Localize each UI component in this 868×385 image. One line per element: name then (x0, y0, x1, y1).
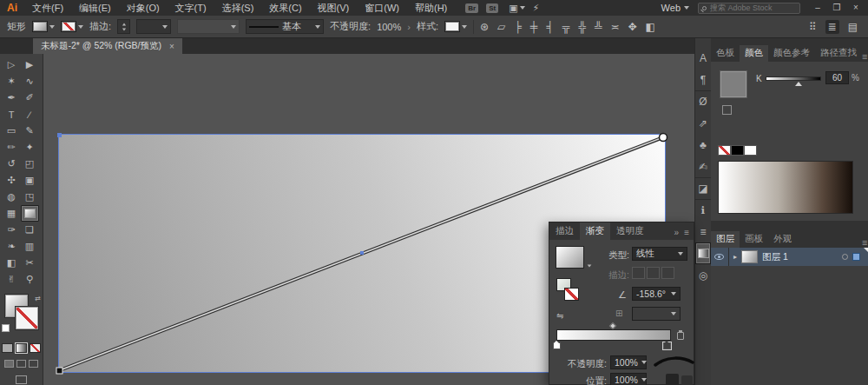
align-center-icon[interactable]: ╪ (530, 22, 538, 32)
menu-item[interactable]: 文件(F) (24, 0, 71, 16)
gradient-floating-panel[interactable]: 描边渐变透明度 » ≡ 类型: 线性 描边: ∠ -158.6° ⊞ ⇋ 不透明… (549, 222, 694, 385)
line-segment-tool[interactable]: ∕ (21, 106, 39, 123)
more-options-icon[interactable]: ◧ (646, 22, 655, 32)
stroke-weight-stepper[interactable] (117, 19, 130, 34)
gradient-type-select[interactable]: 线性 (632, 247, 687, 261)
collapse-panel-icon[interactable]: » (674, 228, 680, 237)
menu-item[interactable]: 文字(T) (168, 0, 214, 16)
expand-arrow-icon[interactable]: ▸ (733, 253, 737, 261)
gradient-mode-button[interactable] (16, 343, 27, 353)
gradient-stop-end[interactable] (663, 342, 671, 349)
k-slider-thumb[interactable] (795, 82, 802, 86)
style-swatch[interactable] (444, 21, 460, 32)
grid-icon[interactable]: ⠿ (809, 22, 817, 32)
restore-button[interactable]: ❐ (828, 1, 845, 15)
gradient-start-handle[interactable] (56, 368, 62, 374)
menu-item[interactable]: 选择(S) (214, 0, 262, 16)
layer-selection-indicator[interactable] (852, 253, 860, 261)
gpu-performance-icon[interactable]: ⚡ (533, 3, 540, 14)
paintbrush-tool[interactable]: ✎ (21, 123, 39, 139)
menu-item[interactable]: 效果(C) (261, 0, 309, 16)
panel-tab[interactable]: 透明度 (610, 222, 650, 240)
align-right-icon[interactable]: ╡ (546, 22, 554, 32)
draw-normal-button[interactable] (4, 360, 14, 368)
gradient-slider-bar[interactable] (556, 329, 671, 341)
toolbar-stroke-swatch[interactable] (16, 307, 38, 329)
menu-item[interactable]: 视图(V) (310, 0, 358, 16)
export-panel-icon[interactable]: ⇗ (695, 112, 711, 134)
layer-name[interactable]: 图层 1 (762, 251, 838, 263)
bridge-icon[interactable]: Br (465, 3, 478, 13)
screen-mode-button[interactable] (16, 375, 27, 384)
perspective-grid-tool[interactable]: ◳ (21, 189, 39, 205)
center-anchor[interactable] (360, 251, 364, 255)
search-input[interactable] (710, 3, 796, 12)
stroke-color-control[interactable] (61, 21, 83, 32)
gradient-swatch-caret-icon[interactable] (588, 264, 592, 267)
document-tab[interactable]: 未标题-2* @ 52% (RGB/预览) × (33, 38, 182, 54)
artboard-tool[interactable]: ◧ (3, 255, 21, 271)
swap-fill-stroke-icon[interactable]: ⇄ (35, 295, 41, 302)
shaper-tool[interactable]: ✦ (21, 139, 39, 156)
symbol-sprayer-tool[interactable]: ❧ (3, 238, 21, 255)
k-value-field[interactable]: 60 (825, 71, 849, 84)
width-tool[interactable]: ✣ (3, 172, 21, 189)
opacity-expand-icon[interactable]: › (407, 22, 411, 32)
k-slider[interactable] (766, 76, 821, 81)
gradient-panel-icon[interactable] (695, 242, 711, 264)
workspace-switcher[interactable]: Web (661, 3, 689, 13)
stop-location-select[interactable]: 100% (610, 373, 647, 385)
stroke-weight-select[interactable] (136, 19, 171, 34)
panel-tab[interactable]: 路径查找 (815, 45, 862, 62)
style-control[interactable] (444, 21, 467, 32)
layer-target-icon[interactable] (842, 254, 848, 260)
brushes-panel-icon[interactable]: ✍ (695, 156, 711, 177)
stop-opacity-select[interactable]: 100% (610, 355, 647, 369)
workspace-panel-icon[interactable]: ▤ (848, 22, 858, 32)
blend-tool[interactable]: ❏ (21, 222, 39, 238)
layer-row[interactable]: ▸ 图层 1 (711, 248, 868, 266)
panel-tab[interactable]: 颜色参考 (768, 45, 815, 62)
none-mode-button[interactable] (30, 343, 41, 353)
panel-menu-icon[interactable]: ≡ (684, 228, 689, 237)
slice-tool[interactable]: ✂ (21, 255, 39, 271)
layer-thumbnail[interactable] (741, 250, 758, 263)
info-panel-icon[interactable]: ℹ (695, 199, 711, 221)
scale-tool[interactable]: ◰ (21, 156, 39, 172)
mesh-tool[interactable]: ▦ (3, 205, 21, 222)
lasso-tool[interactable]: ∿ (21, 73, 39, 90)
gradient-stop-start[interactable] (553, 342, 561, 349)
pen-tool[interactable]: ✒ (3, 90, 21, 106)
close-button[interactable]: × (847, 1, 865, 15)
paragraph-panel-icon[interactable]: ¶ (695, 69, 711, 90)
gradient-stroke-proxy[interactable] (564, 288, 579, 301)
search-box[interactable] (698, 3, 800, 14)
anchor-top-left[interactable] (57, 133, 62, 137)
align-top-icon[interactable]: ╦ (562, 22, 570, 32)
symbols-panel-icon[interactable]: ♣ (695, 134, 711, 156)
magic-wand-tool[interactable]: ✶ (3, 73, 21, 90)
rectangle-tool[interactable]: ▭ (3, 123, 21, 139)
stroke-panel-icon[interactable]: ≡ (695, 221, 711, 242)
align-middle-icon[interactable]: ╬ (578, 22, 586, 32)
gradient-preview-swatch[interactable] (556, 246, 584, 269)
pencil-tool[interactable]: ✏ (3, 139, 21, 156)
menu-item[interactable]: 对象(O) (119, 0, 168, 16)
recolor-artwork-icon[interactable]: ⊛ (480, 22, 489, 32)
brush-definition-select[interactable]: 基本 (246, 19, 324, 34)
transparency-panel-icon[interactable]: ◎ (695, 264, 711, 286)
color-mode-button[interactable] (2, 343, 13, 353)
menu-item[interactable]: 窗口(W) (357, 0, 407, 16)
panel-tab[interactable]: 渐变 (580, 222, 610, 240)
character-panel-icon[interactable]: A (695, 47, 711, 69)
draw-inside-button[interactable] (29, 360, 38, 368)
gradient-tool[interactable] (21, 205, 39, 222)
gradient-angle-field[interactable]: -158.6° (632, 287, 681, 301)
gradient-midpoint-diamond[interactable] (609, 322, 616, 329)
free-transform-tool[interactable]: ▣ (21, 172, 39, 189)
panel-tab[interactable]: 色板 (711, 45, 740, 62)
delete-stop-icon[interactable] (677, 332, 684, 340)
panel-tab[interactable]: 描边 (549, 222, 580, 240)
default-fill-stroke-icon[interactable] (2, 324, 10, 332)
tab-close-icon[interactable]: × (169, 42, 174, 51)
